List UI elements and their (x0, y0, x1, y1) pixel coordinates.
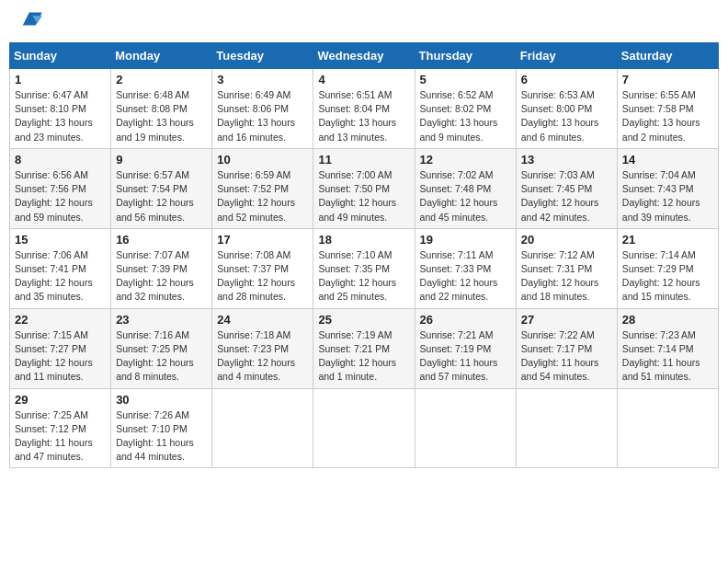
day-number: 16 (116, 233, 207, 247)
calendar-cell: 25Sunrise: 7:19 AMSunset: 7:21 PMDayligh… (313, 308, 415, 388)
calendar-cell (617, 388, 718, 468)
calendar-cell: 18Sunrise: 7:10 AMSunset: 7:35 PMDayligh… (313, 228, 415, 308)
calendar-header-row: SundayMondayTuesdayWednesdayThursdayFrid… (10, 43, 719, 69)
day-number: 15 (15, 233, 106, 247)
calendar-cell: 1Sunrise: 6:47 AMSunset: 8:10 PMDaylight… (10, 69, 111, 149)
day-info: Sunrise: 6:47 AMSunset: 8:10 PMDaylight:… (15, 88, 106, 144)
day-number: 14 (622, 153, 713, 167)
day-info: Sunrise: 7:11 AMSunset: 7:33 PMDaylight:… (420, 248, 511, 304)
day-number: 24 (217, 313, 308, 327)
day-info: Sunrise: 7:14 AMSunset: 7:29 PMDaylight:… (622, 248, 713, 304)
day-number: 9 (116, 153, 207, 167)
day-info: Sunrise: 7:16 AMSunset: 7:25 PMDaylight:… (116, 328, 207, 385)
day-info: Sunrise: 7:04 AMSunset: 7:43 PMDaylight:… (622, 168, 713, 224)
day-header-monday: Monday (111, 43, 212, 69)
calendar-cell: 29Sunrise: 7:25 AMSunset: 7:12 PMDayligh… (10, 388, 111, 468)
day-number: 5 (420, 73, 511, 86)
day-number: 21 (622, 233, 713, 247)
day-number: 19 (420, 233, 511, 247)
calendar-cell (415, 388, 516, 468)
day-header-wednesday: Wednesday (313, 43, 415, 69)
calendar-cell: 15Sunrise: 7:06 AMSunset: 7:41 PMDayligh… (10, 228, 111, 308)
calendar-cell (212, 388, 313, 468)
day-number: 29 (15, 393, 106, 407)
calendar-cell: 3Sunrise: 6:49 AMSunset: 8:06 PMDaylight… (212, 69, 313, 149)
calendar-cell: 21Sunrise: 7:14 AMSunset: 7:29 PMDayligh… (617, 228, 718, 308)
calendar-week-row: 1Sunrise: 6:47 AMSunset: 8:10 PMDaylight… (10, 69, 719, 149)
day-info: Sunrise: 7:19 AMSunset: 7:21 PMDaylight:… (318, 328, 409, 385)
day-number: 6 (521, 73, 612, 86)
day-number: 8 (15, 153, 106, 167)
day-info: Sunrise: 7:23 AMSunset: 7:14 PMDaylight:… (622, 328, 713, 385)
logo (13, 9, 46, 35)
calendar-cell: 14Sunrise: 7:04 AMSunset: 7:43 PMDayligh… (617, 148, 718, 228)
day-header-sunday: Sunday (10, 43, 111, 69)
day-info: Sunrise: 7:02 AMSunset: 7:48 PMDaylight:… (420, 168, 511, 224)
calendar-cell: 13Sunrise: 7:03 AMSunset: 7:45 PMDayligh… (516, 148, 617, 228)
day-info: Sunrise: 7:03 AMSunset: 7:45 PMDaylight:… (521, 168, 612, 224)
calendar-cell: 7Sunrise: 6:55 AMSunset: 7:58 PMDaylight… (617, 69, 718, 149)
day-number: 26 (420, 313, 511, 327)
day-number: 30 (116, 393, 207, 407)
day-number: 27 (521, 313, 612, 327)
day-number: 13 (521, 153, 612, 167)
calendar-cell: 23Sunrise: 7:16 AMSunset: 7:25 PMDayligh… (111, 308, 212, 388)
day-number: 4 (318, 73, 409, 86)
day-number: 10 (217, 153, 308, 167)
calendar-week-row: 15Sunrise: 7:06 AMSunset: 7:41 PMDayligh… (10, 228, 719, 308)
day-number: 17 (217, 233, 308, 247)
day-number: 7 (622, 73, 713, 86)
calendar-cell: 27Sunrise: 7:22 AMSunset: 7:17 PMDayligh… (516, 308, 617, 388)
logo-icon (13, 9, 42, 35)
day-info: Sunrise: 7:07 AMSunset: 7:39 PMDaylight:… (116, 248, 207, 304)
day-info: Sunrise: 7:15 AMSunset: 7:27 PMDaylight:… (15, 328, 106, 385)
calendar-cell: 20Sunrise: 7:12 AMSunset: 7:31 PMDayligh… (516, 228, 617, 308)
calendar-cell: 16Sunrise: 7:07 AMSunset: 7:39 PMDayligh… (111, 228, 212, 308)
day-header-thursday: Thursday (415, 43, 516, 69)
day-info: Sunrise: 6:59 AMSunset: 7:52 PMDaylight:… (217, 168, 308, 224)
day-number: 20 (521, 233, 612, 247)
day-number: 28 (622, 313, 713, 327)
calendar-cell: 2Sunrise: 6:48 AMSunset: 8:08 PMDaylight… (111, 69, 212, 149)
day-header-tuesday: Tuesday (212, 43, 313, 69)
day-info: Sunrise: 6:48 AMSunset: 8:08 PMDaylight:… (116, 88, 207, 144)
calendar-cell: 24Sunrise: 7:18 AMSunset: 7:23 PMDayligh… (212, 308, 313, 388)
day-header-friday: Friday (516, 43, 617, 69)
day-info: Sunrise: 7:08 AMSunset: 7:37 PMDaylight:… (217, 248, 308, 304)
day-info: Sunrise: 6:55 AMSunset: 7:58 PMDaylight:… (622, 88, 713, 144)
day-info: Sunrise: 7:22 AMSunset: 7:17 PMDaylight:… (521, 328, 612, 385)
day-number: 22 (15, 313, 106, 327)
day-number: 3 (217, 73, 308, 86)
calendar-cell: 19Sunrise: 7:11 AMSunset: 7:33 PMDayligh… (415, 228, 516, 308)
calendar-week-row: 29Sunrise: 7:25 AMSunset: 7:12 PMDayligh… (10, 388, 719, 468)
day-info: Sunrise: 7:06 AMSunset: 7:41 PMDaylight:… (15, 248, 106, 304)
calendar-cell: 26Sunrise: 7:21 AMSunset: 7:19 PMDayligh… (415, 308, 516, 388)
day-info: Sunrise: 7:25 AMSunset: 7:12 PMDaylight:… (15, 408, 106, 465)
day-number: 12 (420, 153, 511, 167)
calendar-cell: 11Sunrise: 7:00 AMSunset: 7:50 PMDayligh… (313, 148, 415, 228)
calendar-week-row: 8Sunrise: 6:56 AMSunset: 7:56 PMDaylight… (10, 148, 719, 228)
day-number: 18 (318, 233, 409, 247)
day-info: Sunrise: 6:56 AMSunset: 7:56 PMDaylight:… (15, 168, 106, 224)
day-header-saturday: Saturday (617, 43, 718, 69)
day-info: Sunrise: 7:18 AMSunset: 7:23 PMDaylight:… (217, 328, 308, 385)
day-info: Sunrise: 6:57 AMSunset: 7:54 PMDaylight:… (116, 168, 207, 224)
day-info: Sunrise: 6:49 AMSunset: 8:06 PMDaylight:… (217, 88, 308, 144)
day-info: Sunrise: 6:51 AMSunset: 8:04 PMDaylight:… (318, 88, 409, 144)
calendar-cell (516, 388, 617, 468)
day-info: Sunrise: 7:26 AMSunset: 7:10 PMDaylight:… (116, 408, 207, 465)
day-info: Sunrise: 7:12 AMSunset: 7:31 PMDaylight:… (521, 248, 612, 304)
day-info: Sunrise: 6:52 AMSunset: 8:02 PMDaylight:… (420, 88, 511, 144)
calendar-cell: 4Sunrise: 6:51 AMSunset: 8:04 PMDaylight… (313, 69, 415, 149)
calendar-cell: 10Sunrise: 6:59 AMSunset: 7:52 PMDayligh… (212, 148, 313, 228)
calendar-cell: 12Sunrise: 7:02 AMSunset: 7:48 PMDayligh… (415, 148, 516, 228)
day-number: 1 (15, 73, 106, 86)
day-info: Sunrise: 7:21 AMSunset: 7:19 PMDaylight:… (420, 328, 511, 385)
day-number: 2 (116, 73, 207, 86)
calendar-cell: 28Sunrise: 7:23 AMSunset: 7:14 PMDayligh… (617, 308, 718, 388)
day-number: 23 (116, 313, 207, 327)
calendar-cell: 5Sunrise: 6:52 AMSunset: 8:02 PMDaylight… (415, 69, 516, 149)
calendar-table: SundayMondayTuesdayWednesdayThursdayFrid… (9, 42, 719, 468)
calendar-cell: 8Sunrise: 6:56 AMSunset: 7:56 PMDaylight… (10, 148, 111, 228)
calendar-cell: 17Sunrise: 7:08 AMSunset: 7:37 PMDayligh… (212, 228, 313, 308)
